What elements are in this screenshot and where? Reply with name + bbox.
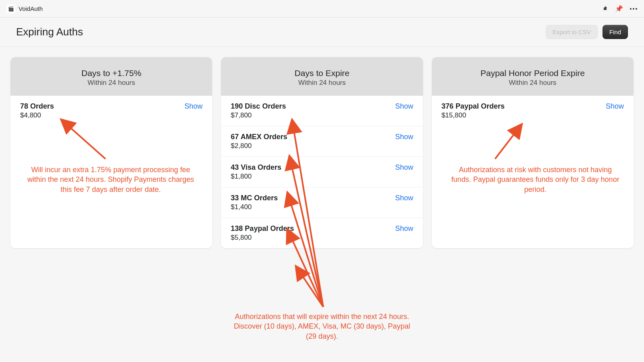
svg-line-10 [302,275,323,307]
row-text: 138 Paypal Orders $5,800 [231,224,294,242]
row-text: 43 Visa Orders $1,800 [231,163,281,181]
app-icon-glyph: 🎬 [8,6,14,12]
row-title: 138 Paypal Orders [231,224,294,233]
show-link[interactable]: Show [395,224,413,233]
svg-point-0 [630,8,632,10]
card-header: Days to Expire Within 24 hours [221,57,423,96]
card-subtitle: Within 24 hours [17,79,206,87]
row-title: 67 AMEX Orders [231,133,287,141]
card-body: 376 Paypal Orders $15,800 Show [432,96,634,126]
row-title: 78 Orders [20,102,54,111]
show-link[interactable]: Show [395,194,413,202]
annotation-right: Authorizations at risk with customers no… [451,165,620,194]
card-row: 33 MC Orders $1,400 Show [221,187,423,218]
card-row: 78 Orders $4,800 Show [10,96,212,126]
show-link[interactable]: Show [606,102,624,111]
svg-point-2 [636,8,637,10]
row-amount: $1,800 [231,173,281,181]
show-link[interactable]: Show [395,133,413,141]
card-row: 190 Disc Orders $7,800 Show [221,96,423,126]
row-text: 78 Orders $4,800 [20,102,54,119]
row-title: 190 Disc Orders [231,102,286,111]
card-header: Paypal Honor Period Expire Within 24 hou… [432,57,634,96]
card-title: Paypal Honor Period Expire [438,68,627,78]
card-subtitle: Within 24 hours [438,79,627,87]
card-subtitle: Within 24 hours [227,79,416,87]
card-body: 190 Disc Orders $7,800 Show 67 AMEX Orde… [221,96,423,248]
card-title: Days to Expire [227,68,416,78]
page-title: Expiring Auths [16,26,83,38]
row-title: 376 Paypal Orders [442,102,505,111]
card-row: 138 Paypal Orders $5,800 Show [221,218,423,248]
row-text: 33 MC Orders $1,400 [231,194,278,211]
top-bar-left: 🎬 VoidAuth [6,4,43,13]
card-days-to-fee: Days to +1.75% Within 24 hours 78 Orders… [10,57,212,248]
row-title: 33 MC Orders [231,194,278,202]
svg-point-1 [633,8,634,10]
row-title: 43 Visa Orders [231,163,281,172]
row-text: 67 AMEX Orders $2,800 [231,133,287,150]
row-amount: $4,800 [20,111,54,119]
show-link[interactable]: Show [395,102,413,111]
top-bar-right: 📌 [602,5,638,12]
show-link[interactable]: Show [395,163,413,172]
annotation-middle: Authorizations that will expire within t… [233,312,411,341]
top-bar: 🎬 VoidAuth 📌 [0,0,644,18]
header-row: Expiring Auths Export to CSV Find [0,18,644,47]
card-days-to-expire: Days to Expire Within 24 hours 190 Disc … [221,57,423,248]
app-icon: 🎬 [6,4,15,13]
card-row: 376 Paypal Orders $15,800 Show [432,96,634,126]
annotation-left: Will incur an extra 1.75% payment proces… [22,165,199,194]
row-amount: $15,800 [442,111,505,119]
export-csv-button[interactable]: Export to CSV [546,25,598,39]
row-text: 376 Paypal Orders $15,800 [442,102,505,119]
row-amount: $7,800 [231,111,286,119]
row-amount: $5,800 [231,234,294,242]
card-row: 43 Visa Orders $1,800 Show [221,157,423,187]
row-amount: $1,400 [231,203,278,211]
row-amount: $2,800 [231,142,287,150]
card-title: Days to +1.75% [17,68,206,78]
pin-icon[interactable] [602,6,609,12]
card-paypal-honor: Paypal Honor Period Expire Within 24 hou… [432,57,634,248]
cards-row: Days to +1.75% Within 24 hours 78 Orders… [0,47,644,259]
show-link[interactable]: Show [184,102,202,111]
find-button[interactable]: Find [603,25,628,39]
pin-icon[interactable]: 📌 [615,5,623,12]
more-icon[interactable] [630,6,638,12]
card-header: Days to +1.75% Within 24 hours [10,57,212,96]
card-row: 67 AMEX Orders $2,800 Show [221,126,423,157]
header-actions: Export to CSV Find [546,25,628,39]
row-text: 190 Disc Orders $7,800 [231,102,286,119]
card-body: 78 Orders $4,800 Show [10,96,212,126]
app-name: VoidAuth [19,5,43,12]
